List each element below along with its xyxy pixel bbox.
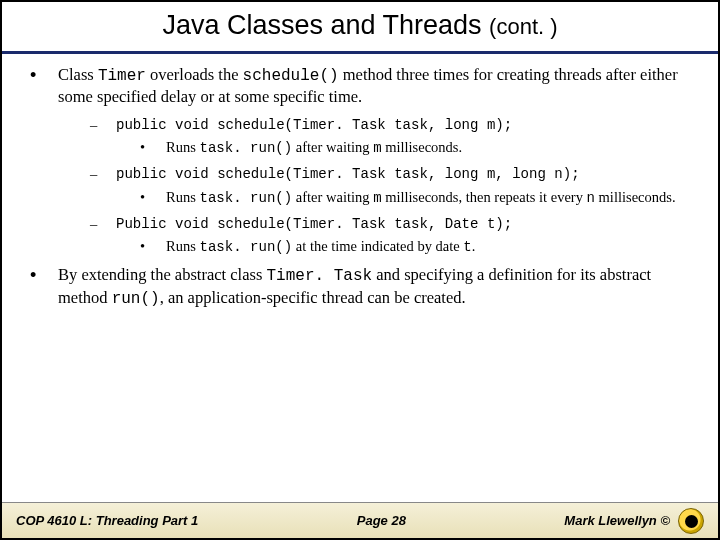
bullet-dot: • xyxy=(30,264,58,309)
t: milliseconds. xyxy=(595,189,676,205)
dash: – xyxy=(90,215,116,234)
t: Runs xyxy=(166,189,199,205)
t: , an application-specific thread can be … xyxy=(160,288,466,307)
dash: – xyxy=(90,165,116,184)
t: Class xyxy=(58,65,98,84)
t: Runs xyxy=(166,139,199,155)
ucf-logo-icon xyxy=(678,508,704,534)
bullet-dot: • xyxy=(140,237,166,256)
code: schedule() xyxy=(243,67,339,85)
title-cont: (cont. ) xyxy=(489,14,557,39)
bullet-1-text: Class Timer overloads the schedule() met… xyxy=(58,64,690,108)
t: overloads the xyxy=(146,65,243,84)
bullet-dot: • xyxy=(30,64,58,108)
slide: Java Classes and Threads (cont. ) • Clas… xyxy=(0,0,720,540)
footer-author: Mark Llewellyn © xyxy=(564,513,670,528)
code: n xyxy=(587,190,595,206)
code: t xyxy=(463,239,471,255)
title-band: Java Classes and Threads (cont. ) xyxy=(2,2,718,54)
bullet-1: • Class Timer overloads the schedule() m… xyxy=(30,64,690,108)
t: . xyxy=(472,238,476,254)
signature-1: public void schedule(Timer. Task task, l… xyxy=(116,116,512,135)
desc-3-text: Runs task. run() at the time indicated b… xyxy=(166,237,475,256)
t: after waiting xyxy=(292,139,373,155)
dash: – xyxy=(90,116,116,135)
bullet-2: • By extending the abstract class Timer.… xyxy=(30,264,690,309)
bullet-dot: • xyxy=(140,138,166,157)
desc-2-text: Runs task. run() after waiting m millise… xyxy=(166,188,676,207)
code: m xyxy=(373,190,381,206)
t: By extending the abstract class xyxy=(58,265,266,284)
slide-body: • Class Timer overloads the schedule() m… xyxy=(2,54,718,502)
bullet-2-text: By extending the abstract class Timer. T… xyxy=(58,264,690,309)
desc-2: • Runs task. run() after waiting m milli… xyxy=(140,188,690,207)
footer-left: COP 4610 L: Threading Part 1 xyxy=(16,513,198,528)
footer: COP 4610 L: Threading Part 1 Page 28 Mar… xyxy=(2,502,718,538)
footer-page: Page 28 xyxy=(198,513,564,528)
code: run() xyxy=(112,290,160,308)
signature-2: public void schedule(Timer. Task task, l… xyxy=(116,165,580,184)
t: after waiting xyxy=(292,189,373,205)
sub-bullet-2: – public void schedule(Timer. Task task,… xyxy=(90,165,690,184)
sub-bullet-1: – public void schedule(Timer. Task task,… xyxy=(90,116,690,135)
desc-3: • Runs task. run() at the time indicated… xyxy=(140,237,690,256)
t: Runs xyxy=(166,238,199,254)
footer-right: Mark Llewellyn © xyxy=(564,508,704,534)
code: Timer xyxy=(98,67,146,85)
code: task. run() xyxy=(199,239,292,255)
t: at the time indicated by date xyxy=(292,238,463,254)
desc-1-text: Runs task. run() after waiting m millise… xyxy=(166,138,462,157)
code: task. run() xyxy=(199,190,292,206)
sub-bullet-3: – Public void schedule(Timer. Task task,… xyxy=(90,215,690,234)
code: task. run() xyxy=(199,140,292,156)
t: milliseconds. xyxy=(382,139,463,155)
code: m xyxy=(373,140,381,156)
title-main: Java Classes and Threads xyxy=(162,10,481,40)
slide-title: Java Classes and Threads (cont. ) xyxy=(18,10,702,41)
signature-3: Public void schedule(Timer. Task task, D… xyxy=(116,215,512,234)
desc-1: • Runs task. run() after waiting m milli… xyxy=(140,138,690,157)
t: milliseconds, then repeats it every xyxy=(382,189,587,205)
bullet-dot: • xyxy=(140,188,166,207)
code: Timer. Task xyxy=(266,267,372,285)
